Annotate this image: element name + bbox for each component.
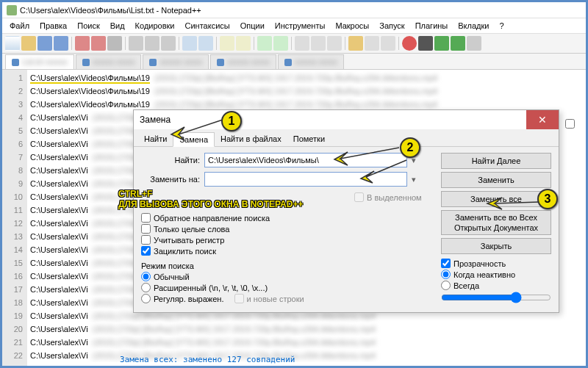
replace-all-docs-button[interactable]: Заменить все во Всех Открытых Документах — [441, 210, 551, 235]
line-number-gutter: 12345678910111213141516171819202122 — [2, 70, 27, 366]
menu-help[interactable]: ? — [495, 20, 508, 32]
menu-run[interactable]: Запуск — [375, 20, 409, 32]
tb-stop-icon[interactable] — [418, 36, 433, 51]
tb-undo-icon[interactable] — [182, 36, 197, 51]
lbl-backward: Обратное направление поиска — [154, 214, 270, 223]
replace-label: Заменить на: — [141, 175, 200, 184]
tb-zoomout-icon[interactable] — [273, 36, 288, 51]
chk-backward[interactable] — [141, 213, 151, 223]
replace-dialog: Замена ✕ Найти Замена Найти в файлах Пом… — [133, 109, 559, 313]
chk-whole[interactable] — [141, 224, 151, 234]
pin-checkbox[interactable] — [565, 119, 575, 129]
menu-view[interactable]: Вид — [106, 20, 129, 32]
tab-item[interactable]: xxxxxx xxxxx — [76, 54, 142, 69]
tb-paste-icon[interactable] — [161, 36, 176, 51]
tab-item[interactable]: xxxxxx xxxxx — [278, 54, 344, 69]
lbl-mode-normal: Обычный — [154, 273, 190, 281]
radio-extended[interactable] — [141, 283, 151, 292]
in-selection-label: В выделенном — [367, 193, 422, 202]
tb-new-icon[interactable] — [5, 36, 20, 51]
tb-record-icon[interactable] — [402, 36, 417, 51]
lbl-mode-regex: Регуляр. выражен. — [154, 295, 223, 303]
find-next-button[interactable]: Найти Далее — [441, 153, 551, 169]
tb-playmulti-icon[interactable] — [451, 36, 465, 51]
tb-indent-icon[interactable] — [327, 36, 342, 51]
menu-encoding[interactable]: Кодировки — [131, 20, 179, 32]
tb-cut-icon[interactable] — [129, 36, 143, 51]
menu-file[interactable]: Файл — [5, 20, 34, 32]
tb-allchars-icon[interactable] — [311, 36, 326, 51]
radio-always[interactable] — [441, 281, 451, 290]
tb-play-icon[interactable] — [434, 36, 449, 51]
replace-button[interactable]: Заменить — [441, 172, 551, 188]
tb-replace-icon[interactable] — [236, 36, 251, 51]
menu-tools[interactable]: Инструменты — [270, 20, 330, 32]
tb-print-icon[interactable] — [107, 36, 122, 51]
tb-saveall-icon[interactable] — [54, 36, 68, 51]
tb-folder-icon[interactable] — [348, 36, 363, 51]
tb-open-icon[interactable] — [21, 36, 36, 51]
window-title: C:\Users\alex\Videos\Фильмы\List.txt - N… — [20, 6, 201, 15]
menu-language[interactable]: Синтаксисы — [181, 20, 234, 32]
dialog-titlebar[interactable]: Замена ✕ — [134, 110, 559, 129]
menubar: Файл Правка Поиск Вид Кодировки Синтакси… — [2, 18, 586, 33]
menu-window[interactable]: Вкладки — [453, 20, 493, 32]
lbl-whole: Только целые слова — [154, 225, 229, 234]
tab-active[interactable]: List.txt xxxxxx — [5, 54, 74, 69]
close-button[interactable]: Закрыть — [441, 238, 551, 254]
replace-all-button[interactable]: Заменить все — [441, 191, 551, 207]
dialog-tabs: Найти Замена Найти в файлах Пометки — [134, 129, 559, 147]
transparency-slider[interactable] — [441, 292, 551, 303]
tb-zoomin-icon[interactable] — [257, 36, 272, 51]
menu-plugins[interactable]: Плагины — [411, 20, 453, 32]
tb-redo-icon[interactable] — [198, 36, 213, 51]
search-mode-title: Режим поиска — [141, 261, 420, 270]
app-icon — [7, 5, 17, 15]
tb-copy-icon[interactable] — [145, 36, 159, 51]
tb-save-icon[interactable] — [37, 36, 52, 51]
tab-item[interactable]: xxxxxx xxxxx — [210, 54, 276, 69]
tb-savemacro-icon[interactable] — [467, 36, 481, 51]
menu-macro[interactable]: Макросы — [331, 20, 373, 32]
window-titlebar: C:\Users\alex\Videos\Фильмы\List.txt - N… — [2, 2, 586, 18]
radio-when-inactive[interactable] — [441, 270, 451, 279]
dialog-close-button[interactable]: ✕ — [526, 110, 559, 129]
toolbar — [2, 33, 586, 54]
tb-funclist-icon[interactable] — [365, 36, 379, 51]
find-label: Найти: — [141, 156, 200, 165]
chk-case[interactable] — [141, 235, 151, 245]
radio-normal[interactable] — [141, 272, 151, 281]
chk-wrap[interactable] — [141, 246, 151, 256]
lbl-mode-extended: Расширенный (\n, \r, \t, \0, \x...) — [154, 284, 268, 292]
menu-search[interactable]: Поиск — [73, 20, 104, 32]
lbl-case: Учитывать регистр — [154, 236, 224, 245]
lbl-wrap: Зациклить поиск — [154, 247, 216, 256]
in-selection-checkbox — [354, 192, 364, 202]
tb-close-icon[interactable] — [75, 36, 90, 51]
lbl-when-inactive: Когда неактивно — [453, 270, 515, 279]
tb-closeall-icon[interactable] — [91, 36, 106, 51]
chk-newlines — [234, 294, 244, 303]
callout-1: 1 — [221, 111, 242, 131]
dlg-tab-mark[interactable]: Пометки — [287, 132, 331, 146]
find-input[interactable] — [204, 153, 407, 167]
tab-item[interactable]: xxxxxx xxxxx — [143, 54, 209, 69]
menu-edit[interactable]: Правка — [35, 20, 71, 32]
tb-wrap-icon[interactable] — [295, 36, 309, 51]
dlg-tab-replace[interactable]: Замена — [173, 132, 215, 147]
menu-settings[interactable]: Опции — [236, 20, 269, 32]
lbl-transparency: Прозрачность — [453, 259, 506, 268]
tip-shortcut: CTRL+F ДЛЯ ВЫЗОВА ЭТОГО ОКНА В NOTEPAD++ — [118, 189, 303, 209]
document-tabs: List.txt xxxxxx xxxxxx xxxxx xxxxxx xxxx… — [2, 54, 586, 70]
tb-find-icon[interactable] — [220, 36, 234, 51]
callout-2: 2 — [400, 137, 420, 158]
replace-input[interactable] — [204, 172, 407, 187]
dropdown-icon[interactable]: ▾ — [407, 175, 420, 184]
dialog-body: Найти: ▾ Заменить на: ▾ В выделенном Обр… — [134, 147, 559, 312]
dlg-tab-findinfiles[interactable]: Найти в файлах — [215, 132, 287, 146]
dlg-tab-find[interactable]: Найти — [138, 132, 173, 146]
chk-transparency[interactable] — [441, 259, 451, 268]
dialog-title: Замена — [140, 115, 171, 125]
tb-docmap-icon[interactable] — [381, 36, 395, 51]
radio-regex[interactable] — [141, 294, 151, 303]
